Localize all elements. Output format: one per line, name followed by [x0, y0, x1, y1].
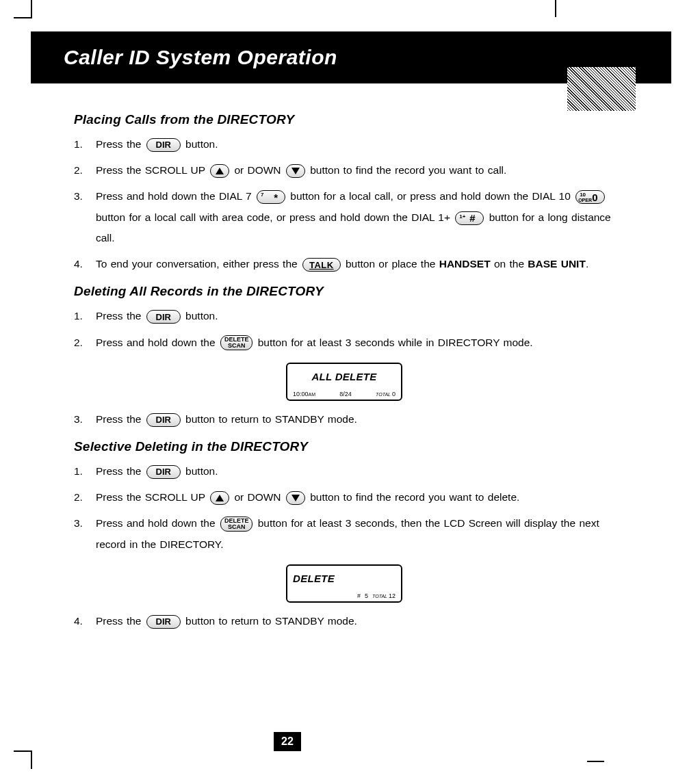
text: button to find the record you want to de… [310, 491, 519, 503]
scroll-down-button [286, 164, 305, 178]
button-label: DIR [156, 313, 171, 322]
lcd-date: 8/24 [339, 391, 352, 397]
lcd-main-text: ALL DELETE [293, 371, 396, 382]
step-list: 1. Press the DIR button. 2. Press the SC… [74, 134, 614, 274]
step-text: Press the DIR button. [96, 461, 614, 482]
crop-mark [14, 750, 32, 769]
list-item: 2. Press the SCROLL UP or DOWN button to… [74, 160, 614, 181]
text: button to find the record you want to ca… [310, 164, 506, 176]
step-text: Press and hold down the DELETE SCAN butt… [96, 513, 614, 554]
triangle-up-icon [216, 495, 224, 501]
dial-10-button: 10 OPER 0 [575, 190, 604, 204]
page-content: Placing Calls from the DIRECTORY 1. Pres… [74, 103, 614, 641]
text: Press the [96, 465, 145, 477]
step-number: 1. [74, 461, 96, 482]
step-text: To end your conversation, either press t… [96, 254, 614, 274]
step-text: Press the DIR button to return to STANDB… [96, 409, 614, 430]
list-item: 3. Press the DIR button to return to STA… [74, 409, 614, 430]
bold-text: HANDSET [439, 258, 491, 270]
text: Press the [96, 310, 145, 322]
text: Press the SCROLL UP [96, 164, 209, 176]
button-label: DIR [156, 467, 171, 476]
button-label: 0 [592, 192, 597, 202]
button-label: SCAN [228, 524, 246, 530]
text: Press and hold down the DIAL 7 [96, 190, 255, 202]
button-label: TALK [309, 261, 334, 270]
button-label: # [469, 213, 475, 223]
dir-button: DIR [146, 310, 181, 324]
step-number: 1. [74, 306, 96, 326]
crop-mark [14, 0, 32, 18]
text: Press and hold down the [96, 337, 219, 348]
dir-button: DIR [146, 465, 181, 479]
step-list: 3. Press the DIR button to return to STA… [74, 409, 614, 430]
dial-7-button: 7 * [257, 190, 285, 204]
crop-mark [587, 761, 604, 762]
page-title: Caller ID System Operation [64, 46, 337, 69]
text: button. [185, 310, 218, 322]
step-text: Press the SCROLL UP or DOWN button to fi… [96, 487, 614, 508]
lcd-statusbar: 10:00AM 8/24 TOTAL0 [293, 391, 396, 397]
step-text: Press and hold down the DIAL 7 7 * butto… [96, 186, 614, 248]
scroll-up-button [210, 164, 229, 178]
text: button to return to STANDBY mode. [185, 413, 357, 425]
list-item: 4. To end your conversation, either pres… [74, 254, 614, 274]
step-text: Press the DIR button. [96, 306, 614, 326]
list-item: 1. Press the DIR button. [74, 134, 614, 155]
step-number: 3. [74, 186, 96, 248]
text: button or place the [346, 258, 439, 270]
list-item: 3. Press and hold down the DELETE SCAN b… [74, 513, 614, 554]
dir-button: DIR [146, 138, 181, 152]
text: Press the SCROLL UP [96, 491, 209, 503]
dir-button: DIR [146, 615, 181, 629]
text: TOTAL [376, 392, 391, 397]
step-text: Press the SCROLL UP or DOWN button to fi… [96, 160, 614, 181]
text: To end your conversation, either press t… [96, 258, 301, 270]
step-number: 1. [74, 134, 96, 155]
step-number: 3. [74, 409, 96, 430]
button-label: * [274, 192, 278, 202]
button-superscript: 7 [261, 192, 263, 198]
list-item: 2. Press and hold down the DELETE SCAN b… [74, 332, 614, 353]
text: button. [185, 138, 218, 150]
crop-mark [555, 0, 556, 17]
lcd-statusbar: # 5 TOTAL12 [293, 592, 396, 599]
section-heading: Placing Calls from the DIRECTORY [74, 112, 614, 127]
scroll-down-button [286, 491, 305, 505]
text: . [586, 258, 588, 270]
text: or DOWN [234, 164, 284, 176]
list-item: 1. Press the DIR button. [74, 306, 614, 326]
lcd-total: TOTAL12 [372, 592, 396, 599]
page-header: Caller ID System Operation [31, 31, 671, 83]
text: Press and hold down the [96, 517, 219, 529]
button-label: DIR [156, 140, 171, 149]
triangle-down-icon [291, 495, 300, 501]
step-number: 2. [74, 332, 96, 353]
step-number: 2. [74, 487, 96, 508]
step-number: 2. [74, 160, 96, 181]
text: button for at least 3 seconds while in D… [258, 337, 533, 348]
text: Press the [96, 615, 145, 627]
button-superscript: 1+ [459, 214, 465, 220]
text: AM [309, 392, 316, 397]
triangle-down-icon [291, 168, 300, 174]
text: # [357, 592, 361, 599]
text: on the [494, 258, 528, 270]
text: button for a local call with area code, … [96, 211, 454, 223]
list-item: 2. Press the SCROLL UP or DOWN button to… [74, 487, 614, 508]
lcd-time: 10:00AM [293, 391, 315, 397]
text: 0 [392, 391, 396, 397]
step-list: 1. Press the DIR button. 2. Press the SC… [74, 461, 614, 555]
button-label: DIR [156, 415, 171, 424]
section-heading: Selective Deleting in the DIRECTORY [74, 439, 614, 454]
text: button. [185, 465, 218, 477]
delete-scan-button: DELETE SCAN [220, 335, 253, 350]
list-item: 4. Press the DIR button to return to STA… [74, 611, 614, 631]
lcd-main-text: DELETE [293, 573, 396, 584]
text: button to return to STANDBY mode. [185, 615, 357, 627]
dir-button: DIR [146, 413, 181, 427]
talk-button: TALK [302, 258, 341, 272]
triangle-up-icon [216, 168, 224, 174]
step-number: 4. [74, 254, 96, 274]
list-item: 3. Press and hold down the DIAL 7 7 * bu… [74, 186, 614, 248]
